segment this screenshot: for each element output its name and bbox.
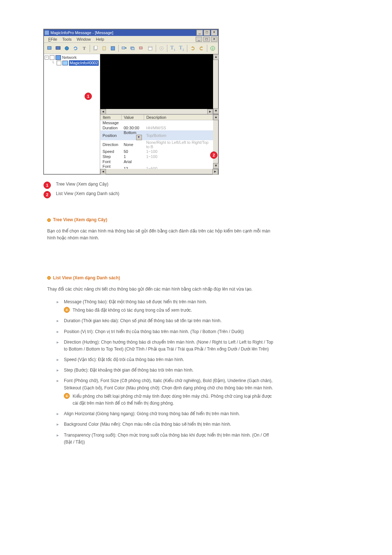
tool-globe-icon[interactable] (63, 44, 71, 52)
plus-icon: + (64, 307, 70, 313)
svg-rect-7 (122, 47, 125, 49)
grid-header[interactable]: Item (101, 115, 122, 120)
tool-play-icon[interactable] (158, 44, 166, 52)
callout-2: 2 (210, 151, 217, 159)
tool-info-icon[interactable]: i (209, 44, 217, 52)
property-grid[interactable]: ItemValueDescriptionMessageDuration00:30… (100, 114, 213, 169)
list-item: Font (Phông chữ), Font Size (Cỡ phông ch… (57, 377, 278, 407)
grid-row[interactable]: DirectionNoneNone/Right to Left/Left to … (101, 140, 213, 149)
tool-t1-icon[interactable]: T1 (169, 44, 177, 52)
list-item: Message (Thông báo): Đặt một thông báo s… (57, 299, 278, 314)
tree-child[interactable]: └ MagicInfo#0002 (45, 60, 99, 66)
svg-rect-9 (131, 48, 134, 50)
list-scroll-down-icon[interactable]: ▼ (213, 163, 219, 169)
list-item: Align Horizontal (Gióng hàng ngang): Gió… (57, 410, 278, 417)
mdi-minimize-button[interactable]: _ (196, 37, 202, 42)
legend-badge: 1 (44, 182, 51, 189)
list-item: Direction (Hướng): Chọn hướng thông báo … (57, 339, 278, 353)
window-title: MagicInfoPro Message - [Message] (50, 31, 113, 35)
mdi-restore-button[interactable]: □ (203, 37, 210, 42)
list-item-note: +Thông báo đã đặt không có tác dụng tron… (64, 307, 278, 314)
list-scroll-left-icon[interactable]: ◄ (100, 169, 106, 175)
tree-root-checkbox[interactable] (50, 55, 54, 60)
grid-row[interactable]: Speed501~100 (101, 149, 213, 154)
menu-window[interactable]: Window (74, 37, 93, 41)
tree-child-label: MagicInfo#0002 (69, 60, 99, 66)
preview-hscroll[interactable]: ◄ ► (100, 109, 213, 114)
scroll-down-icon[interactable]: ▼ (213, 108, 219, 114)
list-scroll-right-icon[interactable]: ► (212, 169, 218, 175)
grid-header[interactable]: Value (122, 115, 144, 120)
svg-rect-6 (111, 46, 115, 50)
grid-row[interactable]: PositionBottom▾Top/Bottom (101, 130, 213, 140)
tree-view-panel: − Network └ MagicInfo#0002 1 (44, 54, 100, 174)
list-scroll-up-icon[interactable]: ▲ (213, 114, 219, 120)
legend: 1Tree View (Xem dạng Cây)2List View (Xem… (44, 182, 392, 198)
list-item: Step (Bước): Đặt khoảng thời gian để thô… (57, 367, 278, 374)
menu-help[interactable]: Help (94, 37, 106, 41)
close-button[interactable]: × (211, 30, 217, 36)
section-tree-body: Bạn có thể chọn các màn hình mà thông bá… (47, 228, 279, 242)
bullet-icon (47, 218, 51, 222)
maximize-button[interactable]: □ (204, 30, 210, 36)
scroll-up-icon[interactable]: ▲ (213, 54, 219, 60)
tool-monitor-icon[interactable] (54, 44, 62, 52)
tool-redo-icon[interactable] (197, 44, 205, 52)
svg-point-2 (65, 46, 69, 50)
legend-row: 2List View (Xem dạng Danh sách) (44, 191, 392, 198)
preview-vscroll[interactable]: ▲ ▼ (213, 54, 218, 114)
svg-rect-10 (139, 47, 142, 49)
tree-root[interactable]: − Network (45, 55, 99, 60)
svg-text:i: i (212, 46, 213, 50)
svg-rect-5 (103, 46, 106, 50)
callout-1: 1 (85, 93, 92, 100)
grid-row[interactable]: FontArial (101, 159, 213, 164)
svg-rect-1 (56, 46, 60, 49)
grid-header[interactable]: Description (144, 115, 213, 120)
legend-badge: 2 (44, 191, 51, 198)
tool-sendall-icon[interactable] (129, 44, 137, 52)
tool-stopall-icon[interactable] (138, 44, 146, 52)
titlebar: MagicInfoPro Message - [Message] _ □ × (44, 29, 218, 36)
network-icon (56, 55, 61, 60)
tool-save-icon[interactable] (109, 44, 117, 52)
tool-refresh-icon[interactable] (72, 44, 79, 52)
section-list-items: Message (Thông báo): Đặt một thông báo s… (57, 299, 278, 446)
list-hscroll[interactable]: ◄ ► (100, 169, 218, 174)
app-window: MagicInfoPro Message - [Message] _ □ × F… (44, 29, 219, 174)
tool-send-icon[interactable] (120, 44, 128, 52)
menubar: FFile Tools Window Help _ □ × (44, 36, 218, 43)
tree-child-checkbox[interactable] (57, 61, 61, 65)
preview-area (100, 54, 213, 109)
list-item: Transparency (Trong suốt): Chọn mức tron… (57, 432, 278, 446)
tool-copy-icon[interactable] (91, 44, 99, 52)
tool-schedule-icon[interactable] (146, 44, 154, 52)
app-icon (45, 31, 49, 35)
grid-row[interactable]: Duration00:30:00HH/MM/SS (101, 125, 213, 130)
minimize-button[interactable]: _ (196, 30, 203, 36)
section-tree-title: Tree View (Xem dạng Cây) (47, 216, 348, 223)
list-vscroll[interactable]: ▲ ▼ (213, 114, 218, 169)
dropdown-button[interactable]: ▾ (136, 135, 142, 140)
list-item: Position (Vị trí): Chọn vị trí hiển thị … (57, 328, 278, 335)
expand-icon[interactable]: − (45, 56, 49, 60)
tool-paste-icon[interactable] (100, 44, 108, 52)
list-item-note: +Kiểu phông cho biết loại phông chữ máy … (64, 393, 278, 407)
grid-row[interactable]: Font Size121~500 (101, 164, 213, 169)
grid-row[interactable]: Message (101, 120, 213, 126)
grid-row[interactable]: Step11~100 (101, 154, 213, 159)
list-item: Speed (Vận tốc): Đặt tốc độ trôi của thô… (57, 356, 278, 363)
menu-tools[interactable]: Tools (60, 37, 74, 41)
tool-t2-icon[interactable]: T2 (177, 44, 185, 52)
tree-branch-icon: └ (50, 60, 56, 66)
legend-row: 1Tree View (Xem dạng Cây) (44, 182, 392, 189)
bullet-icon (47, 276, 51, 280)
section-list-intro: Thay đổi các chức năng chi tiết cho thôn… (47, 286, 279, 293)
legend-text: Tree View (Xem dạng Cây) (56, 182, 108, 187)
menu-file[interactable]: FFile (46, 37, 59, 41)
monitor-icon (62, 61, 68, 65)
tool-connect-icon[interactable] (45, 44, 53, 52)
tool-undo-icon[interactable] (189, 44, 197, 52)
mdi-close-button[interactable]: × (211, 37, 217, 42)
tool-text-icon[interactable]: T (80, 44, 88, 52)
